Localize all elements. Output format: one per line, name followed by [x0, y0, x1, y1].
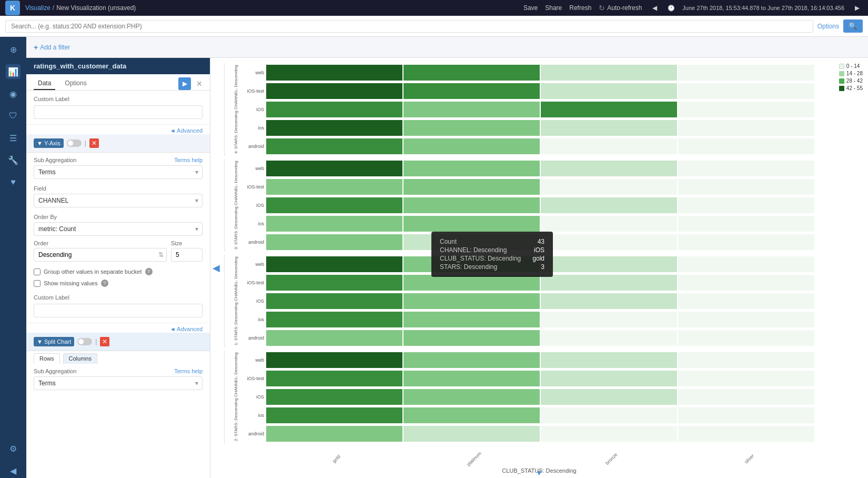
time-range-label: June 27th 2018, 15:53:44.878 to June 27t… — [682, 5, 844, 11]
search-bar: Options 🔍 — [0, 16, 868, 37]
search-button[interactable]: 🔍 — [843, 19, 863, 33]
breadcrumb-separator: / — [53, 4, 54, 12]
search-input[interactable] — [5, 20, 813, 33]
save-button[interactable]: Save — [523, 4, 538, 12]
time-prev-button[interactable]: ◀ — [649, 3, 660, 13]
page-title: New Visualization (unsaved) — [56, 4, 136, 12]
top-bar: K Visualize / New Visualization (unsaved… — [0, 0, 868, 16]
share-button[interactable]: Share — [545, 4, 562, 12]
options-button[interactable]: Options — [817, 23, 839, 30]
logo-icon: K — [5, 1, 20, 15]
nav-actions: Save Share Refresh ↻ Auto-refresh ◀ 🕐 Ju… — [523, 3, 863, 13]
breadcrumb-visualize[interactable]: Visualize — [25, 4, 51, 12]
time-next-button[interactable]: ▶ — [852, 3, 863, 13]
refresh-button[interactable]: Refresh — [569, 4, 591, 12]
auto-refresh-toggle[interactable]: ↻ Auto-refresh — [599, 4, 642, 12]
auto-refresh-label: Auto-refresh — [607, 4, 642, 12]
